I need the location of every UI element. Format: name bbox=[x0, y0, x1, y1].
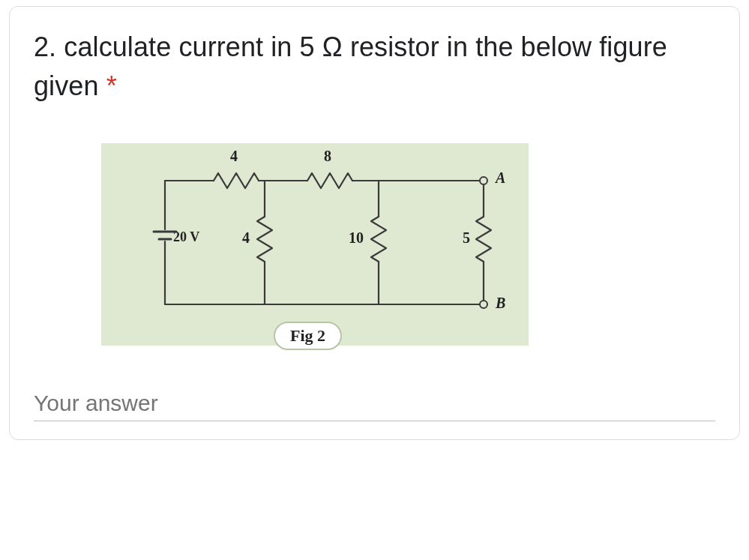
r-mid2-label: 10 bbox=[349, 229, 364, 247]
r-top-left-label: 4 bbox=[230, 148, 238, 165]
r-mid1-label: 4 bbox=[242, 229, 250, 247]
circuit-diagram: 4 8 20 V 4 10 5 A B Fig 2 bbox=[101, 143, 529, 346]
svg-point-2 bbox=[480, 177, 487, 184]
question-text: 2. calculate current in 5 Ω resistor in … bbox=[34, 28, 715, 106]
figure-container: 4 8 20 V 4 10 5 A B Fig 2 bbox=[34, 143, 715, 346]
figure-caption: Fig 2 bbox=[274, 322, 342, 350]
svg-point-3 bbox=[480, 301, 487, 308]
question-body: 2. calculate current in 5 Ω resistor in … bbox=[34, 31, 667, 101]
answer-input[interactable]: Your answer bbox=[34, 391, 715, 421]
source-label: 20 V bbox=[173, 229, 199, 245]
node-a-label: A bbox=[496, 169, 505, 187]
node-b-label: B bbox=[496, 295, 505, 312]
answer-placeholder: Your answer bbox=[34, 391, 158, 415]
r-top-right-label: 8 bbox=[324, 148, 331, 165]
required-asterisk: * bbox=[106, 70, 117, 101]
question-card: 2. calculate current in 5 Ω resistor in … bbox=[9, 6, 740, 440]
r-mid3-label: 5 bbox=[463, 229, 470, 247]
